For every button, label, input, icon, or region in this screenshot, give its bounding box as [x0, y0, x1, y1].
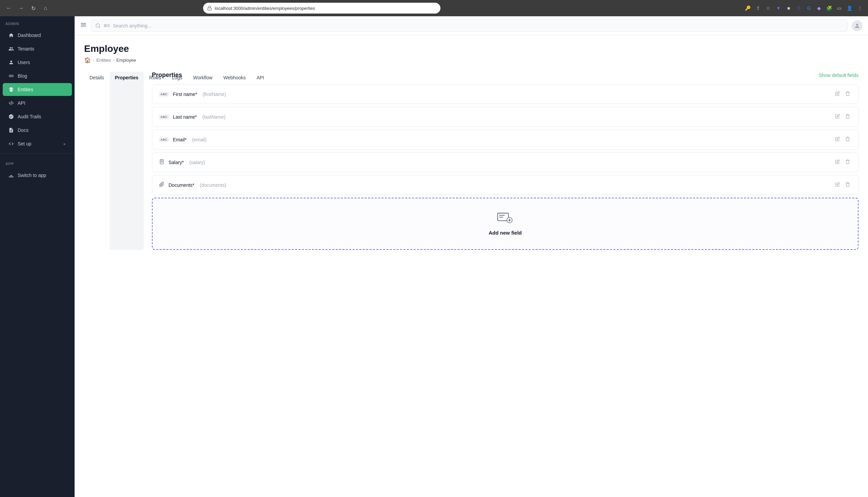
field-name-firstname: First name* — [173, 91, 197, 97]
delete-salary-button[interactable] — [844, 158, 851, 167]
share-icon[interactable]: ⇧ — [754, 4, 762, 12]
page-title: Employee — [84, 43, 858, 54]
edit-salary-button[interactable] — [834, 158, 841, 167]
setup-arrow-icon: ► — [63, 142, 67, 146]
field-api-email: (email) — [192, 137, 207, 142]
ext1-icon[interactable]: ▼ — [774, 4, 783, 12]
field-actions-firstname — [834, 90, 851, 98]
sidebar-item-audit-trails[interactable]: Audit Trails — [3, 110, 72, 123]
sidebar-item-entities[interactable]: Entities — [3, 83, 72, 96]
sidebar-item-label: Users — [18, 60, 30, 65]
ext3-icon[interactable]: S — [795, 4, 803, 12]
sidebar-item-label: Tenants — [18, 46, 34, 52]
content-area: Employee 🏠 › Entities › Employee Details… — [75, 35, 868, 497]
ext4-icon[interactable]: G — [805, 4, 813, 12]
switch-icon — [8, 172, 14, 178]
star-icon[interactable]: ☆ — [764, 4, 772, 12]
breadcrumb: 🏠 › Entities › Employee — [84, 57, 858, 63]
menu-icon[interactable] — [80, 22, 87, 30]
number-type-icon — [159, 159, 165, 166]
sidebar-item-dashboard[interactable]: Dashboard — [3, 29, 72, 42]
top-bar: ⌘K Search anything... — [75, 16, 868, 35]
sidebar: ADMIN Dashboard Tenants Users Blog — [0, 16, 75, 497]
edit-lastname-button[interactable] — [834, 113, 841, 121]
field-name-documents: Documents* — [169, 182, 194, 188]
entities-icon — [8, 86, 14, 93]
back-button[interactable]: ← — [4, 3, 14, 13]
sidebar-item-label: Blog — [18, 73, 27, 79]
home-button[interactable]: ⌂ — [41, 3, 50, 13]
delete-lastname-button[interactable] — [844, 113, 851, 121]
url-text: localhost:3000/admin/entities/employees/… — [215, 6, 315, 11]
field-api-documents: (documents) — [200, 182, 226, 188]
field-row: ABC Last name* (lastName) — [152, 107, 858, 127]
menu-dots-icon[interactable]: ⋮ — [856, 4, 864, 12]
sidebar-item-label: API — [18, 100, 26, 106]
ext5-icon[interactable]: ◆ — [815, 4, 823, 12]
add-field-label: Add new field — [488, 230, 522, 236]
breadcrumb-home-icon[interactable]: 🏠 — [84, 57, 91, 63]
sidebar-item-switch-to-app[interactable]: Switch to app — [3, 169, 72, 182]
entity-body: Details Properties Rows Logs Workflow We… — [84, 72, 858, 250]
sidebar-item-label: Dashboard — [18, 32, 41, 38]
tenants-icon — [8, 46, 14, 52]
delete-email-button[interactable] — [844, 135, 851, 144]
user-avatar[interactable] — [852, 20, 863, 31]
url-bar[interactable]: localhost:3000/admin/entities/employees/… — [203, 3, 440, 14]
add-field-icon — [497, 212, 513, 226]
field-api-lastname: (lastName) — [202, 114, 226, 120]
text-type-icon: ABC — [159, 92, 169, 97]
field-name-salary: Salary* — [169, 160, 184, 165]
delete-documents-button[interactable] — [844, 181, 851, 189]
add-new-field-button[interactable]: Add new field — [152, 198, 858, 250]
setup-icon — [8, 141, 14, 147]
sub-nav: Details Properties Rows Logs Workflow We… — [84, 72, 152, 250]
window-icon[interactable]: ▭ — [836, 4, 843, 12]
ext2-icon[interactable]: ■ — [785, 4, 793, 12]
browser-actions: 🔑 ⇧ ☆ ▼ ■ S G ◆ 🧩 ▭ 👤 ⋮ — [744, 4, 864, 12]
forward-button[interactable]: → — [16, 3, 26, 13]
subnav-details[interactable]: Details — [84, 72, 110, 250]
field-actions-lastname — [834, 113, 851, 121]
search-icon — [95, 23, 101, 28]
sidebar-item-blog[interactable]: Blog — [3, 70, 72, 82]
field-actions-documents — [834, 181, 851, 189]
show-default-fields-button[interactable]: Show default fields — [819, 73, 858, 78]
text-type-icon: ABC — [159, 115, 169, 119]
profile-icon[interactable]: 👤 — [845, 4, 854, 12]
refresh-button[interactable]: ↻ — [28, 3, 38, 13]
field-row: Documents* (documents) — [152, 175, 858, 195]
main-content: ⌘K Search anything... Employee 🏠 › Entit… — [75, 16, 868, 497]
edit-email-button[interactable] — [834, 135, 841, 144]
puzzle-icon[interactable]: 🧩 — [825, 4, 834, 12]
sidebar-item-users[interactable]: Users — [3, 56, 72, 69]
users-icon — [8, 59, 14, 66]
audit-icon — [8, 114, 14, 120]
lock-icon — [207, 6, 212, 11]
search-bar[interactable]: ⌘K Search anything... — [91, 20, 848, 32]
properties-panel: Properties Show default fields ABC First… — [152, 72, 858, 250]
breadcrumb-entities[interactable]: Entities — [96, 58, 111, 63]
breadcrumb-sep1: › — [93, 58, 94, 63]
sidebar-divider — [0, 153, 75, 154]
field-row: ABC First name* (firstName) — [152, 84, 858, 104]
search-placeholder: Search anything... — [113, 23, 151, 28]
edit-documents-button[interactable] — [834, 181, 841, 189]
delete-firstname-button[interactable] — [844, 90, 851, 98]
sidebar-item-api[interactable]: API — [3, 97, 72, 110]
subnav-properties[interactable]: Properties — [110, 72, 144, 250]
sidebar-item-setup[interactable]: Set up ► — [3, 137, 72, 150]
svg-line-2 — [99, 27, 100, 28]
app-section-label: APP — [0, 156, 75, 169]
field-actions-email — [834, 135, 851, 144]
field-api-firstname: (firstName) — [202, 91, 226, 97]
sidebar-item-label: Docs — [18, 127, 28, 133]
file-type-icon — [159, 182, 165, 188]
properties-header: Properties Show default fields — [152, 72, 858, 79]
field-name-lastname: Last name* — [173, 114, 197, 120]
svg-rect-0 — [208, 8, 212, 10]
key-icon: 🔑 — [744, 4, 752, 12]
sidebar-item-tenants[interactable]: Tenants — [3, 42, 72, 55]
sidebar-item-docs[interactable]: Docs — [3, 124, 72, 137]
edit-firstname-button[interactable] — [834, 90, 841, 98]
